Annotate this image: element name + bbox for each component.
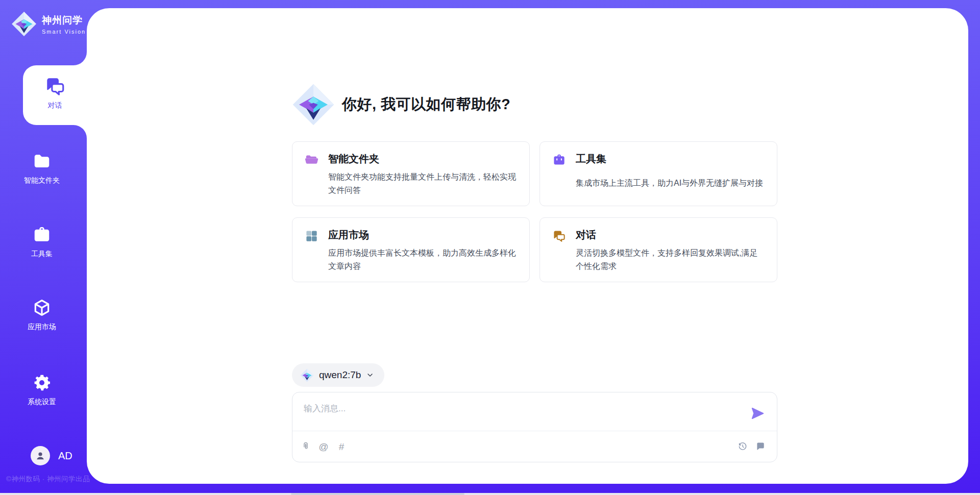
cube-icon [32,298,52,317]
avatar [31,446,50,465]
app-logo: 神州问学 Smart Vision [11,11,86,37]
composer-toolbar: @ # [301,431,766,462]
sidebar-item-chat[interactable]: 对话 [23,65,87,125]
history-icon[interactable] [738,441,748,452]
card-toolset[interactable]: 工具集 集成市场上主流工具，助力AI与外界无缝扩展与对接 [540,141,777,206]
tab-notch-top [74,52,87,65]
sidebar: 神州问学 Smart Vision 对话 智能文件夹 工具集 应用市场 系统设置… [0,0,87,495]
sidebar-item-label: 应用市场 [0,323,84,332]
message-composer: @ # [292,392,777,462]
chevron-down-icon [366,371,374,379]
gear-icon [32,373,52,392]
briefcase-icon [32,225,52,244]
card-smart-folder[interactable]: 智能文件夹 智能文件夹功能支持批量文件上传与清洗，轻松实现文件问答 [292,141,530,206]
sidebar-item-label: 系统设置 [0,398,84,407]
user-icon [34,450,46,462]
card-app-market[interactable]: 应用市场 应用市场提供丰富长文本模板，助力高效生成多样化文章内容 [292,217,530,282]
grid-icon [305,229,318,243]
comment-icon[interactable] [755,441,766,452]
sidebar-item-app-market[interactable]: 应用市场 [0,298,84,332]
chat-icon [44,76,66,97]
card-title: 应用市场 [328,228,517,243]
hash-icon[interactable]: # [336,441,347,452]
app-name: 神州问学 [42,14,86,27]
app-subtitle: Smart Vision [42,29,86,35]
card-description: 智能文件夹功能支持批量文件上传与清洗，轻松实现文件问答 [328,170,517,197]
tab-notch-bottom [74,125,87,138]
card-title: 工具集 [576,152,765,173]
card-description: 灵活切换多模型文件，支持多样回复效果调试,满足个性化需求 [576,246,765,273]
sidebar-item-label: 智能文件夹 [0,176,84,185]
feature-cards: 智能文件夹 智能文件夹功能支持批量文件上传与清洗，轻松实现文件问答 工具集 集成… [292,141,777,282]
sidebar-item-label: 对话 [23,101,87,110]
card-description: 应用市场提供丰富长文本模板，助力高效生成多样化文章内容 [328,246,517,273]
mention-icon[interactable]: @ [318,441,329,452]
main-content: 你好, 我可以如何帮助你? 智能文件夹 智能文件夹功能支持批量文件上传与清洗，轻… [292,8,777,462]
card-title: 智能文件夹 [328,152,517,167]
sidebar-item-label: 工具集 [0,250,84,259]
sidebar-item-smart-folder[interactable]: 智能文件夹 [0,152,84,185]
chat-icon [552,229,566,243]
folder-open-icon [305,153,318,167]
message-input[interactable] [292,392,777,430]
main-panel: 你好, 我可以如何帮助你? 智能文件夹 智能文件夹功能支持批量文件上传与清洗，轻… [87,8,968,484]
briefcase-icon [552,153,566,167]
card-description: 集成市场上主流工具，助力AI与外界无缝扩展与对接 [576,177,765,195]
card-chat[interactable]: 对话 灵活切换多模型文件，支持多样回复效果调试,满足个性化需求 [540,217,777,282]
sidebar-item-toolset[interactable]: 工具集 [0,225,84,259]
app-logo-icon [292,83,335,126]
user-name: AD [58,450,72,462]
model-logo-icon [300,368,314,382]
card-title: 对话 [576,228,765,243]
greeting-text: 你好, 我可以如何帮助你? [342,94,510,115]
sidebar-footer: ©神州数码 · 神州问学出品 [6,475,108,484]
greeting: 你好, 我可以如何帮助你? [292,83,777,126]
model-selector[interactable]: qwen2:7b [292,363,384,387]
paperclip-icon[interactable] [301,441,311,452]
model-name: qwen2:7b [319,369,361,381]
sidebar-item-settings[interactable]: 系统设置 [0,373,84,407]
horizontal-scrollbar[interactable] [0,493,980,495]
folder-icon [32,152,52,171]
send-icon[interactable] [750,406,766,421]
app-logo-icon [11,11,37,37]
user-account[interactable]: AD [31,446,72,465]
scrollbar-thumb[interactable] [291,493,464,495]
